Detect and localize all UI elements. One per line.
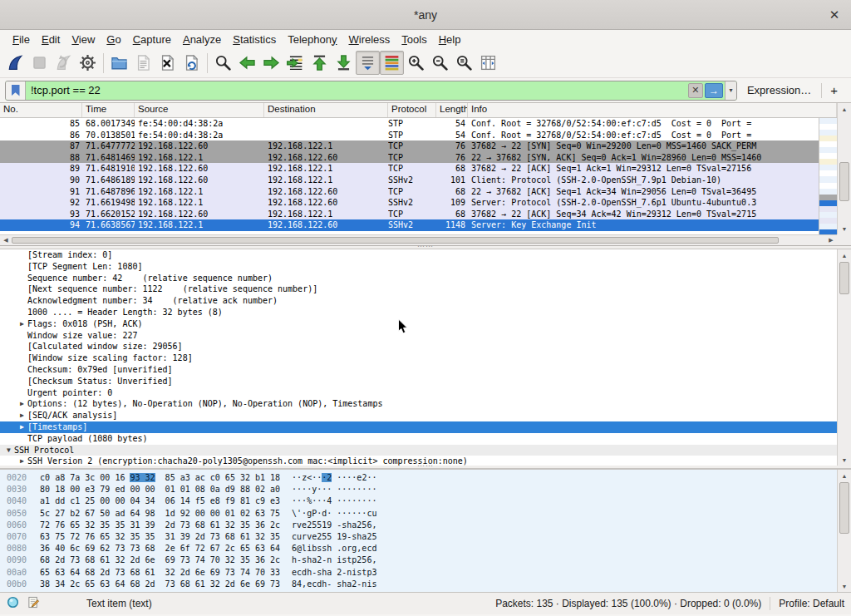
column-header-destination[interactable]: Destination [264,103,388,117]
detail-line[interactable]: [Checksum Status: Unverified] [0,376,837,387]
column-header-protocol[interactable]: Protocol [388,103,436,117]
detail-line[interactable]: [TCP Segment Len: 1080] [0,261,837,273]
packet-row[interactable]: 8568.001734936fe:54:00:d4:38:2aSTP54Conf… [0,118,819,130]
scroll-right-arrow-icon[interactable]: ▶ [825,235,837,245]
scrollbar-thumb[interactable] [12,237,779,244]
titlebar[interactable]: *any ✕ [0,0,851,30]
details-vscrollbar[interactable]: ▲ ▼ [837,249,851,466]
column-header-info[interactable]: Info [468,103,837,117]
scroll-up-arrow-icon[interactable]: ▲ [838,470,851,481]
scroll-up-arrow-icon[interactable]: ▲ [838,249,851,261]
scroll-down-arrow-icon[interactable]: ▼ [838,580,851,592]
packet-row[interactable]: 8771.647777234192.168.122.60192.168.122.… [0,140,819,152]
scrollbar-thumb[interactable] [839,262,849,294]
packet-row[interactable]: 8971.648191037192.168.122.60192.168.122.… [0,163,819,175]
detail-line[interactable]: TCP payload (1080 bytes) [0,433,837,445]
capture-stop-button[interactable] [27,51,52,75]
resize-columns-button[interactable] [476,51,500,75]
scroll-up-arrow-icon[interactable]: ▲ [838,103,851,115]
filter-clear-button[interactable]: ✕ [688,83,703,98]
open-file-button[interactable] [107,51,131,75]
capture-comment-icon[interactable] [27,596,40,611]
profile-label[interactable]: Profile: Default [779,598,844,609]
menu-go[interactable]: Go [101,32,126,47]
collapsed-arrow-icon[interactable]: ▶ [17,456,27,466]
go-first-button[interactable] [307,51,332,75]
menu-statistics[interactable]: Statistics [227,32,282,47]
zoom-100-button[interactable] [452,51,476,75]
column-header-no[interactable]: No. [0,103,82,117]
scrollbar-thumb[interactable] [839,162,849,201]
column-header-length[interactable]: Length [436,103,468,117]
filter-apply-button[interactable]: → [705,83,723,98]
detail-line[interactable]: Window size value: 227 [0,330,837,342]
detail-line[interactable]: [Window size scaling factor: 128] [0,352,837,364]
scrollbar-thumb[interactable] [839,482,849,534]
menu-help[interactable]: Help [433,32,467,47]
detail-line[interactable]: Checksum: 0x79ed [unverified] [0,364,837,376]
scroll-down-arrow-icon[interactable]: ▼ [838,454,851,466]
detail-line[interactable]: Urgent pointer: 0 [0,387,837,399]
scroll-left-arrow-icon[interactable]: ◀ [0,235,12,245]
hex-row[interactable]: 009068 2d 73 68 61 32 2d 6e 69 73 74 70 … [7,554,837,566]
go-back-button[interactable] [235,51,259,75]
close-file-button[interactable] [155,51,180,75]
capture-start-button[interactable] [3,51,27,75]
detail-line[interactable]: [Calculated window size: 29056] [0,341,837,352]
menu-analyze[interactable]: Analyze [177,32,227,47]
collapsed-arrow-icon[interactable]: ▶ [17,318,27,330]
column-header-time[interactable]: Time [82,103,135,117]
packet-row[interactable]: 8670.013850163fe:54:00:d4:38:2aSTP54Conf… [0,130,819,141]
column-header-source[interactable]: Source [135,103,264,117]
detail-line[interactable]: [Next sequence number: 1122 (relative se… [0,283,837,295]
reload-file-button[interactable] [180,51,204,75]
packet-row[interactable]: 9371.662015274192.168.122.60192.168.122.… [0,209,819,220]
hex-row[interactable]: 00a065 63 64 68 2d 73 68 61 32 2d 6e 69 … [7,567,837,579]
menu-edit[interactable]: Edit [36,32,66,47]
find-packet-button[interactable] [211,51,235,75]
filter-history-dropdown[interactable]: ▾ [725,81,736,100]
go-forward-button[interactable] [259,51,283,75]
go-last-button[interactable] [332,51,356,75]
intelligent-scrollbar-minimap[interactable] [819,118,837,234]
colorize-button[interactable] [380,51,404,75]
packet-row[interactable]: 9271.661949820192.168.122.1192.168.122.6… [0,197,819,209]
detail-line[interactable]: 1000 .... = Header Length: 32 bytes (8) [0,307,837,318]
collapsed-arrow-icon[interactable]: ▶ [17,398,27,410]
save-file-button[interactable] [131,51,155,75]
hex-row[interactable]: 006072 76 65 32 35 35 31 39 2d 73 68 61 … [7,520,837,531]
zoom-in-button[interactable] [404,51,428,75]
packet-row[interactable]: 8871.648146932192.168.122.1192.168.122.6… [0,152,819,164]
packet-row[interactable]: 9071.648618924192.168.122.60192.168.122.… [0,175,819,186]
detail-line[interactable]: ▶Flags: 0x018 (PSH, ACK) [0,318,837,330]
expert-info-icon[interactable] [7,596,19,611]
capture-options-button[interactable] [76,51,100,75]
filter-bookmark-button[interactable] [6,81,26,100]
packet-list-vscrollbar[interactable]: ▲ ▼ [837,103,851,234]
filter-add-button[interactable]: + [822,83,846,97]
menu-tools[interactable]: Tools [396,32,432,47]
hex-row[interactable]: 007063 75 72 76 65 32 35 35 31 39 2d 73 … [7,531,837,543]
detail-line[interactable]: ▶Options: (12 bytes), No-Operation (NOP)… [0,398,837,410]
hex-vscrollbar[interactable]: ▲ ▼ [837,470,851,592]
collapsed-arrow-icon[interactable]: ▶ [17,421,27,433]
hex-row[interactable]: 00b038 34 2c 65 63 64 68 2d 73 68 61 32 … [7,579,837,590]
expanded-arrow-icon[interactable]: ▼ [3,445,14,456]
detail-line[interactable]: Sequence number: 42 (relative sequence n… [0,273,837,284]
detail-line[interactable]: ▶[Timestamps] [0,421,837,433]
detail-line[interactable]: ▶[SEQ/ACK analysis] [0,410,837,421]
hex-row[interactable]: 0020c0 a8 7a 3c 00 16 93 32 85 a3 ac c0 … [7,472,837,484]
hex-row[interactable]: 00505c 27 b2 67 50 ad 64 98 1d 92 00 00 … [7,508,837,520]
capture-restart-button[interactable] [52,51,76,75]
menu-capture[interactable]: Capture [127,32,177,47]
scroll-down-arrow-icon[interactable]: ▼ [838,223,851,234]
menu-file[interactable]: File [7,32,36,47]
menu-wireless[interactable]: Wireless [343,32,396,47]
zoom-out-button[interactable] [428,51,452,75]
packet-row[interactable]: 9471.663856741192.168.122.1192.168.122.6… [0,219,819,231]
auto-scroll-button[interactable] [356,51,380,75]
display-filter-input[interactable] [26,81,688,100]
menu-telephony[interactable]: Telephony [282,32,342,47]
expression-button[interactable]: Expression… [737,84,821,96]
menu-view[interactable]: View [66,32,101,47]
